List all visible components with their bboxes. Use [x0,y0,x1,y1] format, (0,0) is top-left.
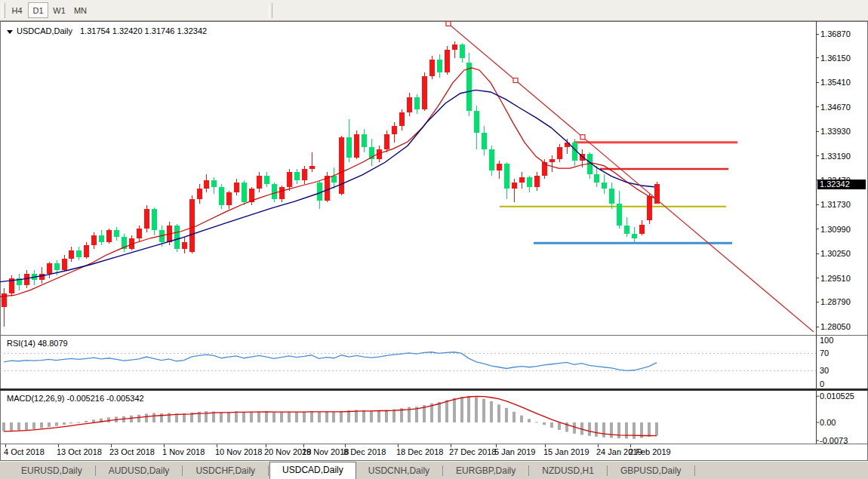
macd-histogram-bar [137,415,140,422]
date-axis-label: 29 Nov 2018 [302,448,349,456]
macd-histogram-bar [347,410,350,422]
price-axis-label: 1.28050 [820,323,851,331]
tab-nzdusd-h1[interactable]: NZDUSD,H1 [530,464,606,479]
macd-histogram-bar [482,399,485,422]
tab-eurgbp-daily[interactable]: EURGBP,Daily [444,464,528,479]
macd-histogram-bar [475,397,478,422]
trendline-handle[interactable] [513,78,518,83]
candle-bullish [2,293,7,307]
timeframe-button-d1[interactable]: D1 [28,2,48,18]
macd-histogram-bar [107,417,110,422]
tab-usdcnh-daily[interactable]: USDCNH,Daily [356,464,442,479]
candle-bullish [39,274,45,281]
candle-bullish [197,189,202,198]
timeframe-button-h4[interactable]: H4 [7,2,27,18]
candle-bullish [534,176,540,187]
descending-trendline[interactable] [445,21,814,332]
macd-histogram-bar [512,412,516,422]
candle-bearish [414,97,420,109]
macd-histogram-bar [10,422,13,431]
tab-eurusd-daily[interactable]: EURUSD,Daily [9,464,94,479]
tab-usdcad-daily[interactable]: USDCAD,Daily [269,462,356,479]
trading-platform-window: H4D1W1MN USDCAD,Daily1.31754 1.32420 1.3… [0,0,868,479]
trendline-handle[interactable] [580,135,585,140]
candle-bullish [639,225,645,234]
candle-bearish [489,149,494,171]
candle-bullish [137,229,142,238]
timeframe-button-w1[interactable]: W1 [49,2,69,18]
macd-histogram-bar [220,412,223,422]
macd-histogram-bar [648,422,651,437]
trendline-handle[interactable] [446,21,451,26]
candle-bullish [302,169,307,180]
timeframe-toolbar: H4D1W1MN [0,0,868,21]
macd-axis-label: 0.010525 [820,392,854,401]
candle-bearish [594,174,599,183]
macd-histogram-bar [272,413,275,422]
candle-bearish [114,230,119,237]
candle-bullish [399,112,405,126]
candle-bullish [226,192,232,206]
candle-bullish [422,76,427,109]
macd-histogram-bar [280,412,283,422]
candle-bullish [325,176,330,201]
candle-bullish [279,187,285,198]
macd-histogram-bar [77,422,80,423]
rsi-panel [0,352,816,371]
candles-group [2,41,660,327]
price-axis-label: 1.34670 [820,103,851,112]
tab-separator [607,465,608,476]
candle-bullish [452,45,457,50]
macd-histogram-bar [160,413,163,422]
macd-indicator-label: MACD(12,26,9) -0.005216 -0.005342 [7,394,144,403]
macd-histogram-bar [340,411,343,422]
horizontal-line-objects [500,143,737,243]
candle-bearish [152,209,157,231]
macd-panel [2,396,819,441]
date-axis-label: 1 Nov 2018 [162,448,205,456]
candle-bearish [362,134,367,148]
tab-gbpusd-daily[interactable]: GBPUSD,Daily [608,464,694,479]
tab-audusd-daily[interactable]: AUDUSD,Daily [97,464,182,479]
tab-usdchf-daily[interactable]: USDCHF,Daily [183,464,267,479]
macd-panel-divider[interactable] [0,388,868,391]
rsi-line [4,352,657,371]
macd-histogram-bar [625,422,628,438]
symbol-dropdown-icon[interactable] [7,30,13,34]
macd-axis-label: 0.00 [820,419,836,427]
date-axis-label: 18 Dec 2018 [396,448,443,456]
candle-bearish [264,176,269,184]
candle-bullish [287,172,292,187]
chart-ohlc-values: 1.31754 1.32420 1.31746 1.32342 [80,26,207,35]
macd-histogram-bar [288,412,291,422]
candle-bearish [527,177,532,187]
date-axis-label: 5 Jan 2019 [494,448,535,456]
rsi-axis-label: 30 [820,367,829,375]
toolbar-grip[interactable] [2,3,5,18]
price-axis-label: 1.31730 [820,201,851,209]
macd-histogram-bar [438,402,441,422]
candle-bullish [549,159,555,162]
candle-bearish [460,45,465,58]
date-axis-label: 8 Dec 2018 [343,448,386,456]
macd-histogram-bar [92,419,95,422]
candle-bullish [512,183,517,189]
macd-histogram-bar [227,412,230,422]
candle-bullish [354,134,359,158]
date-axis-label: 4 Oct 2018 [4,448,45,456]
candle-bullish [497,164,502,170]
timeframe-button-mn[interactable]: MN [70,2,91,18]
macd-histogram-bar [392,410,396,422]
macd-histogram-bar [565,422,568,432]
macd-histogram-bar [242,412,245,422]
trendline-object[interactable] [445,21,814,332]
macd-histogram-bar [235,411,238,422]
toolbar-separator [269,3,272,18]
rsi-axis-label: 100 [820,336,833,345]
candle-bearish [99,235,104,242]
candle-bearish [474,111,479,133]
candle-bearish [294,172,300,180]
tab-separator [442,465,443,476]
macd-histogram-bar [490,401,493,422]
macd-histogram-bar [550,422,553,428]
